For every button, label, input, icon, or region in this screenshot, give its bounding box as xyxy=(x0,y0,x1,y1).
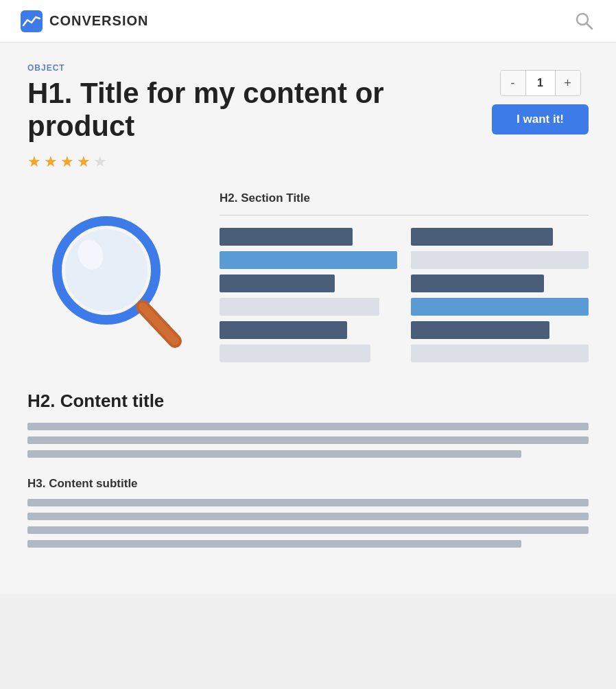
star-3: ★ xyxy=(60,153,74,171)
body-text-lines-2 xyxy=(27,499,589,548)
text-line xyxy=(27,513,589,520)
header: CONVERSION xyxy=(0,0,616,43)
text-line xyxy=(27,499,589,506)
title-area: OBJECT H1. Title for my content or produ… xyxy=(27,63,492,171)
logo-area: CONVERSION xyxy=(21,10,148,32)
object-label: OBJECT xyxy=(27,63,492,73)
bar-r5 xyxy=(411,321,549,339)
bar-l5 xyxy=(220,321,347,339)
bar-l1 xyxy=(220,228,353,246)
quantity-control: - 1 + xyxy=(500,70,581,96)
main-content: OBJECT H1. Title for my content or produ… xyxy=(0,43,616,594)
bar-r1 xyxy=(411,228,553,246)
cta-area: - 1 + I want it! xyxy=(492,70,589,135)
h3-content-section: H3. Content subtitle xyxy=(27,477,589,548)
star-rating: ★ ★ ★ ★ ★ xyxy=(27,153,492,171)
top-section: OBJECT H1. Title for my content or produ… xyxy=(27,63,589,171)
chart-columns xyxy=(220,228,589,362)
body-text-lines-1 xyxy=(27,423,589,458)
middle-section: H2. Section Title xyxy=(27,191,589,370)
star-5: ★ xyxy=(93,153,107,171)
star-2: ★ xyxy=(44,153,58,171)
magnifier-icon xyxy=(41,205,192,356)
section-h2-title: H2. Section Title xyxy=(220,191,589,205)
want-it-button[interactable]: I want it! xyxy=(492,104,589,135)
page-title: H1. Title for my content or product xyxy=(27,77,492,143)
bar-l6 xyxy=(220,344,370,362)
text-line xyxy=(27,526,589,534)
text-line xyxy=(27,423,589,430)
svg-line-7 xyxy=(143,307,175,341)
magnifier-illustration xyxy=(27,191,220,370)
bar-l2 xyxy=(220,251,397,269)
quantity-value: 1 xyxy=(525,71,556,95)
chart-area: H2. Section Title xyxy=(220,191,589,362)
h2-content-section: H2. Content title xyxy=(27,390,589,458)
search-button[interactable] xyxy=(573,10,595,32)
text-line xyxy=(27,436,589,444)
star-4: ★ xyxy=(77,153,91,171)
chart-divider xyxy=(220,215,589,215)
bar-l3 xyxy=(220,275,335,292)
chart-col-right xyxy=(411,228,589,362)
quantity-decrement-button[interactable]: - xyxy=(501,71,525,95)
logo-icon xyxy=(21,10,43,32)
star-1: ★ xyxy=(27,153,41,171)
chart-col-left xyxy=(220,228,397,362)
h3-content-subtitle: H3. Content subtitle xyxy=(27,477,589,491)
bar-r4 xyxy=(411,298,589,316)
text-line xyxy=(27,540,521,548)
text-line xyxy=(27,450,521,458)
svg-line-2 xyxy=(587,23,592,29)
logo-text: CONVERSION xyxy=(49,13,148,29)
bar-r3 xyxy=(411,275,544,292)
bar-r2 xyxy=(411,251,589,269)
bar-r6 xyxy=(411,344,589,362)
quantity-increment-button[interactable]: + xyxy=(556,71,580,95)
bar-l4 xyxy=(220,298,379,316)
h2-content-title: H2. Content title xyxy=(27,390,589,412)
search-icon xyxy=(573,10,595,32)
svg-point-4 xyxy=(65,229,147,312)
